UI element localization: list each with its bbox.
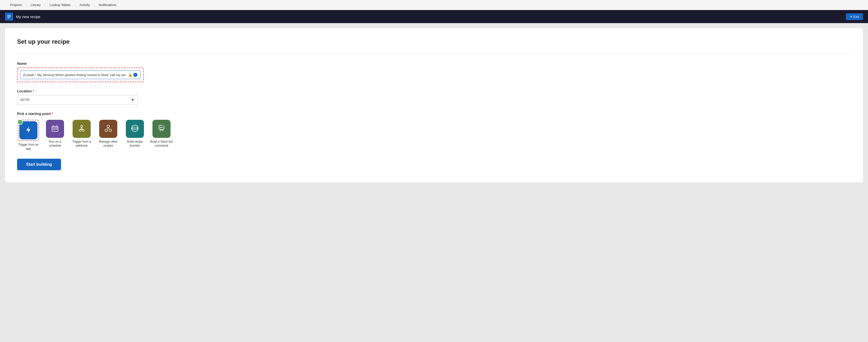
manage-recipes-label: Manage other recipes (97, 140, 120, 148)
starting-point-manage-recipes[interactable]: Manage other recipes (97, 120, 120, 148)
info-icon: i (133, 73, 137, 77)
trigger-app-label: Trigger from an app (17, 143, 40, 151)
name-dashed-border: 🔒 i (17, 67, 144, 82)
svg-point-17 (107, 125, 110, 128)
name-section: Name 🔒 i (17, 62, 851, 82)
name-input-wrapper[interactable]: 🔒 i (20, 70, 141, 79)
svg-rect-10 (56, 129, 57, 130)
svg-rect-1 (7, 16, 11, 17)
svg-line-15 (82, 127, 83, 129)
header-bar: My new recipe ✕ Exit (0, 10, 868, 23)
function-icon (130, 124, 140, 134)
manage-recipes-icon-bg (99, 120, 117, 138)
build-function-icon-bg (126, 120, 144, 138)
name-label: Name (17, 62, 851, 66)
nav-projects[interactable]: Projects (6, 0, 26, 10)
svg-point-19 (109, 129, 112, 131)
svg-point-26 (160, 127, 161, 128)
location-label: Location * (17, 89, 851, 93)
selected-checkmark: ✓ (17, 119, 23, 125)
svg-line-14 (81, 127, 82, 129)
section-divider (17, 53, 851, 54)
location-select[interactable]: HTTP Project 1 Project 2 (17, 95, 137, 105)
svg-point-27 (161, 127, 162, 128)
svg-point-11 (79, 129, 81, 131)
exit-button[interactable]: ✕ Exit (846, 13, 863, 20)
starting-point-trigger-app[interactable]: ✓ Trigger from an app (17, 120, 40, 151)
svg-point-13 (81, 125, 83, 127)
nav-library[interactable]: Library (27, 0, 45, 10)
svg-rect-0 (7, 15, 11, 15)
slack-bot-icon-bg: 🤖 (152, 120, 170, 138)
selected-dashed-border: ✓ (18, 120, 39, 141)
starting-point-label: Pick a starting point * (17, 112, 851, 116)
starting-point-slack-bot[interactable]: 🤖 Build a Slack bot command (150, 120, 173, 148)
trigger-webhook-icon-bg (72, 120, 91, 138)
svg-point-12 (82, 129, 84, 131)
starting-point-section: Pick a starting point * ✓ Trigger from a… (17, 112, 851, 151)
lightning-icon (24, 125, 33, 136)
slack-bot-icon: 🤖 (157, 124, 166, 134)
start-building-button[interactable]: Start building (17, 159, 61, 170)
header-left: My new recipe (5, 12, 40, 21)
nav-lookup-tables[interactable]: Lookup Tables (46, 0, 75, 10)
nav-notifications[interactable]: Notifications (95, 0, 121, 10)
starting-point-run-schedule[interactable]: Run on a schedule (44, 120, 66, 148)
svg-marker-3 (26, 127, 30, 133)
top-nav: Projects | Library | Lookup Tables | Act… (0, 0, 868, 10)
recipe-icon (5, 12, 13, 21)
run-schedule-icon-bg (46, 120, 64, 138)
svg-line-21 (108, 128, 109, 129)
starting-point-build-function[interactable]: Build recipe function (124, 120, 146, 148)
build-function-label: Build recipe function (124, 140, 146, 148)
name-input[interactable] (23, 73, 126, 77)
svg-rect-2 (7, 18, 10, 18)
svg-point-18 (105, 129, 107, 131)
slack-bot-label: Build a Slack bot command (150, 140, 173, 148)
svg-line-20 (107, 128, 108, 129)
page-title: Set up your recipe (17, 38, 851, 45)
manage-recipes-icon (104, 124, 113, 134)
location-select-wrapper: HTTP Project 1 Project 2 ▼ (17, 95, 137, 105)
run-schedule-label: Run on a schedule (44, 140, 66, 148)
starting-points-row: ✓ Trigger from an app (17, 120, 851, 151)
location-section: Location * HTTP Project 1 Project 2 ▼ (17, 89, 851, 105)
trigger-webhook-label: Trigger from a webhook (70, 140, 93, 148)
nav-activity[interactable]: Activity (75, 0, 94, 10)
svg-rect-8 (53, 129, 54, 130)
svg-rect-9 (55, 129, 56, 130)
name-input-icons: 🔒 i (128, 73, 137, 77)
starting-point-trigger-webhook[interactable]: Trigger from a webhook (70, 120, 93, 148)
lock-icon: 🔒 (128, 73, 132, 77)
main-content: Set up your recipe Name 🔒 i Location * H… (5, 28, 863, 182)
schedule-icon (51, 124, 60, 134)
trigger-app-icon-bg (19, 121, 37, 139)
recipe-title: My new recipe (16, 14, 40, 19)
svg-text:🤖: 🤖 (163, 125, 165, 128)
webhook-icon (77, 124, 86, 134)
